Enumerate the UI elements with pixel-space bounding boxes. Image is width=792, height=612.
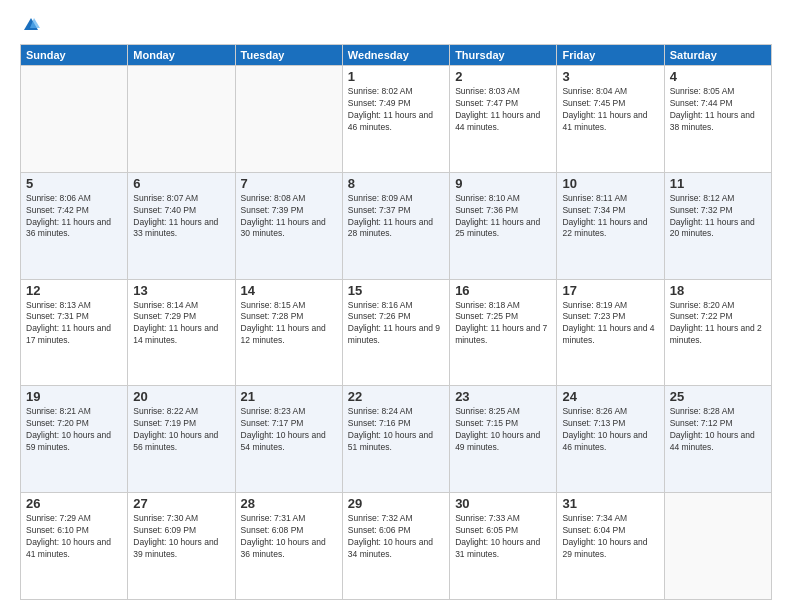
day-number: 10	[562, 176, 658, 191]
day-cell: 25Sunrise: 8:28 AMSunset: 7:12 PMDayligh…	[664, 386, 771, 493]
day-number: 13	[133, 283, 229, 298]
day-info: Sunrise: 8:19 AMSunset: 7:23 PMDaylight:…	[562, 300, 658, 348]
day-info: Sunrise: 7:32 AMSunset: 6:06 PMDaylight:…	[348, 513, 444, 561]
day-cell: 7Sunrise: 8:08 AMSunset: 7:39 PMDaylight…	[235, 172, 342, 279]
day-info: Sunrise: 8:02 AMSunset: 7:49 PMDaylight:…	[348, 86, 444, 134]
day-number: 31	[562, 496, 658, 511]
day-info: Sunrise: 8:13 AMSunset: 7:31 PMDaylight:…	[26, 300, 122, 348]
day-cell	[21, 66, 128, 173]
day-cell	[128, 66, 235, 173]
day-info: Sunrise: 8:10 AMSunset: 7:36 PMDaylight:…	[455, 193, 551, 241]
day-info: Sunrise: 8:23 AMSunset: 7:17 PMDaylight:…	[241, 406, 337, 454]
day-cell: 17Sunrise: 8:19 AMSunset: 7:23 PMDayligh…	[557, 279, 664, 386]
day-cell: 9Sunrise: 8:10 AMSunset: 7:36 PMDaylight…	[450, 172, 557, 279]
calendar-table: SundayMondayTuesdayWednesdayThursdayFrid…	[20, 44, 772, 600]
day-info: Sunrise: 8:06 AMSunset: 7:42 PMDaylight:…	[26, 193, 122, 241]
day-cell: 14Sunrise: 8:15 AMSunset: 7:28 PMDayligh…	[235, 279, 342, 386]
day-cell: 24Sunrise: 8:26 AMSunset: 7:13 PMDayligh…	[557, 386, 664, 493]
day-cell: 28Sunrise: 7:31 AMSunset: 6:08 PMDayligh…	[235, 493, 342, 600]
day-info: Sunrise: 8:16 AMSunset: 7:26 PMDaylight:…	[348, 300, 444, 348]
day-number: 27	[133, 496, 229, 511]
day-number: 11	[670, 176, 766, 191]
day-info: Sunrise: 8:14 AMSunset: 7:29 PMDaylight:…	[133, 300, 229, 348]
week-row-4: 19Sunrise: 8:21 AMSunset: 7:20 PMDayligh…	[21, 386, 772, 493]
day-info: Sunrise: 8:08 AMSunset: 7:39 PMDaylight:…	[241, 193, 337, 241]
day-info: Sunrise: 7:34 AMSunset: 6:04 PMDaylight:…	[562, 513, 658, 561]
day-number: 23	[455, 389, 551, 404]
day-number: 1	[348, 69, 444, 84]
day-cell: 10Sunrise: 8:11 AMSunset: 7:34 PMDayligh…	[557, 172, 664, 279]
day-number: 15	[348, 283, 444, 298]
day-info: Sunrise: 8:18 AMSunset: 7:25 PMDaylight:…	[455, 300, 551, 348]
week-row-5: 26Sunrise: 7:29 AMSunset: 6:10 PMDayligh…	[21, 493, 772, 600]
weekday-header-friday: Friday	[557, 45, 664, 66]
day-cell: 11Sunrise: 8:12 AMSunset: 7:32 PMDayligh…	[664, 172, 771, 279]
day-number: 9	[455, 176, 551, 191]
day-number: 3	[562, 69, 658, 84]
day-number: 6	[133, 176, 229, 191]
day-number: 5	[26, 176, 122, 191]
day-number: 16	[455, 283, 551, 298]
day-info: Sunrise: 8:07 AMSunset: 7:40 PMDaylight:…	[133, 193, 229, 241]
logo	[20, 16, 40, 34]
day-cell	[235, 66, 342, 173]
day-cell: 5Sunrise: 8:06 AMSunset: 7:42 PMDaylight…	[21, 172, 128, 279]
day-number: 21	[241, 389, 337, 404]
day-info: Sunrise: 8:04 AMSunset: 7:45 PMDaylight:…	[562, 86, 658, 134]
day-cell: 19Sunrise: 8:21 AMSunset: 7:20 PMDayligh…	[21, 386, 128, 493]
day-info: Sunrise: 8:05 AMSunset: 7:44 PMDaylight:…	[670, 86, 766, 134]
day-number: 12	[26, 283, 122, 298]
day-cell: 21Sunrise: 8:23 AMSunset: 7:17 PMDayligh…	[235, 386, 342, 493]
week-row-1: 1Sunrise: 8:02 AMSunset: 7:49 PMDaylight…	[21, 66, 772, 173]
weekday-header-saturday: Saturday	[664, 45, 771, 66]
day-number: 4	[670, 69, 766, 84]
day-info: Sunrise: 8:22 AMSunset: 7:19 PMDaylight:…	[133, 406, 229, 454]
day-info: Sunrise: 8:12 AMSunset: 7:32 PMDaylight:…	[670, 193, 766, 241]
day-info: Sunrise: 7:29 AMSunset: 6:10 PMDaylight:…	[26, 513, 122, 561]
day-cell: 8Sunrise: 8:09 AMSunset: 7:37 PMDaylight…	[342, 172, 449, 279]
weekday-header-wednesday: Wednesday	[342, 45, 449, 66]
week-row-2: 5Sunrise: 8:06 AMSunset: 7:42 PMDaylight…	[21, 172, 772, 279]
day-cell: 4Sunrise: 8:05 AMSunset: 7:44 PMDaylight…	[664, 66, 771, 173]
day-cell: 2Sunrise: 8:03 AMSunset: 7:47 PMDaylight…	[450, 66, 557, 173]
day-info: Sunrise: 8:03 AMSunset: 7:47 PMDaylight:…	[455, 86, 551, 134]
day-number: 18	[670, 283, 766, 298]
day-info: Sunrise: 8:09 AMSunset: 7:37 PMDaylight:…	[348, 193, 444, 241]
week-row-3: 12Sunrise: 8:13 AMSunset: 7:31 PMDayligh…	[21, 279, 772, 386]
day-cell: 26Sunrise: 7:29 AMSunset: 6:10 PMDayligh…	[21, 493, 128, 600]
day-info: Sunrise: 8:28 AMSunset: 7:12 PMDaylight:…	[670, 406, 766, 454]
day-cell: 30Sunrise: 7:33 AMSunset: 6:05 PMDayligh…	[450, 493, 557, 600]
weekday-header-thursday: Thursday	[450, 45, 557, 66]
day-cell: 20Sunrise: 8:22 AMSunset: 7:19 PMDayligh…	[128, 386, 235, 493]
day-number: 28	[241, 496, 337, 511]
day-info: Sunrise: 7:33 AMSunset: 6:05 PMDaylight:…	[455, 513, 551, 561]
day-number: 29	[348, 496, 444, 511]
day-info: Sunrise: 8:21 AMSunset: 7:20 PMDaylight:…	[26, 406, 122, 454]
day-info: Sunrise: 8:26 AMSunset: 7:13 PMDaylight:…	[562, 406, 658, 454]
day-cell: 31Sunrise: 7:34 AMSunset: 6:04 PMDayligh…	[557, 493, 664, 600]
day-info: Sunrise: 7:31 AMSunset: 6:08 PMDaylight:…	[241, 513, 337, 561]
logo-icon	[22, 16, 40, 34]
day-info: Sunrise: 8:11 AMSunset: 7:34 PMDaylight:…	[562, 193, 658, 241]
day-number: 25	[670, 389, 766, 404]
day-cell: 29Sunrise: 7:32 AMSunset: 6:06 PMDayligh…	[342, 493, 449, 600]
day-cell: 1Sunrise: 8:02 AMSunset: 7:49 PMDaylight…	[342, 66, 449, 173]
day-cell: 15Sunrise: 8:16 AMSunset: 7:26 PMDayligh…	[342, 279, 449, 386]
weekday-header-sunday: Sunday	[21, 45, 128, 66]
day-cell: 18Sunrise: 8:20 AMSunset: 7:22 PMDayligh…	[664, 279, 771, 386]
day-info: Sunrise: 8:20 AMSunset: 7:22 PMDaylight:…	[670, 300, 766, 348]
day-number: 7	[241, 176, 337, 191]
calendar-page: SundayMondayTuesdayWednesdayThursdayFrid…	[0, 0, 792, 612]
day-number: 24	[562, 389, 658, 404]
day-cell	[664, 493, 771, 600]
day-cell: 12Sunrise: 8:13 AMSunset: 7:31 PMDayligh…	[21, 279, 128, 386]
day-number: 8	[348, 176, 444, 191]
day-number: 30	[455, 496, 551, 511]
day-info: Sunrise: 8:25 AMSunset: 7:15 PMDaylight:…	[455, 406, 551, 454]
day-info: Sunrise: 8:24 AMSunset: 7:16 PMDaylight:…	[348, 406, 444, 454]
day-cell: 16Sunrise: 8:18 AMSunset: 7:25 PMDayligh…	[450, 279, 557, 386]
day-cell: 13Sunrise: 8:14 AMSunset: 7:29 PMDayligh…	[128, 279, 235, 386]
day-number: 17	[562, 283, 658, 298]
day-number: 14	[241, 283, 337, 298]
weekday-header-row: SundayMondayTuesdayWednesdayThursdayFrid…	[21, 45, 772, 66]
